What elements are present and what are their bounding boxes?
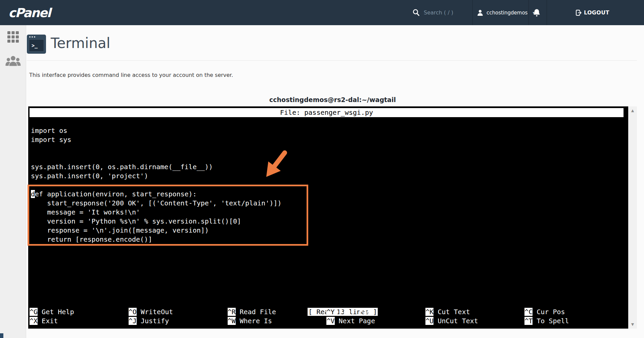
shortcut-key: ^U [425,317,433,325]
nano-title-bar: GNU nano 2.3.1 File: passenger_wsgi.py [30,108,624,117]
nano-shortcut-ctrl-X: ^XExit [30,317,129,326]
nano-shortcuts-row-2: ^XExit^JJustify^WWhere Is^VNext Page^UUn… [30,317,624,326]
apps-grid-icon [7,31,19,43]
shortcut-key: ^R [228,308,236,316]
navbar-divider [472,0,473,25]
shortcut-label: Next Page [339,317,375,325]
nano-shortcut-ctrl-G: ^GGet Help [30,307,129,317]
nano-shortcut-ctrl-C: ^CCur Pos [524,307,624,317]
window-dots-icon [29,36,35,38]
terminal-line [31,144,628,153]
nano-file-label: File: passenger_wsgi.py [280,108,373,117]
nano-shortcut-ctrl-Y: ^YPrev Page [326,307,425,317]
top-navbar: cPanel cchostingdemos ▾ LOGOUT [0,0,644,25]
nano-shortcut-ctrl-T: ^TTo Spell [524,317,624,326]
terminal-scrollbar[interactable]: ▲ ▼ [628,106,637,329]
shortcut-label: Where Is [240,317,272,325]
shortcut-label: Read File [240,308,276,316]
terminal-line: import sys [31,135,628,144]
nano-shortcut-ctrl-J: ^JJustify [129,317,228,326]
logout-button[interactable]: LOGOUT [575,0,609,25]
left-sidebar [0,25,26,338]
shortcut-label: To Spell [537,317,569,325]
shortcut-label: Prev Page [339,308,375,316]
notifications-button[interactable] [533,0,541,25]
shortcut-key: ^O [129,308,137,316]
username-label: cchostingdemos [487,10,527,16]
nano-version-label: GNU nano 2.3.1 [54,117,119,126]
terminal-line: sys.path.insert(0, 'project') [31,172,628,181]
terminal-window-title: cchostingdemos@rs2-dal:~/wagtail [28,96,637,103]
cpanel-logo[interactable]: cPanel [8,5,50,20]
shortcut-key: ^X [30,317,38,325]
nano-shortcut-ctrl-O: ^OWriteOut [129,307,228,317]
user-group-icon [5,55,21,68]
nano-shortcut-ctrl-K: ^KCut Text [425,307,524,317]
shortcut-key: ^V [326,317,334,325]
terminal-prompt-icon: >_ [29,39,44,52]
shortcut-label: Exit [42,317,58,325]
nano-shortcut-ctrl-U: ^UUnCut Text [425,317,524,326]
shortcut-key: ^Y [326,308,334,316]
shortcut-label: UnCut Text [438,317,478,325]
nano-shortcut-ctrl-V: ^VNext Page [326,317,425,326]
bell-icon [533,8,541,17]
sidebar-item-apps[interactable] [0,31,26,43]
nano-shortcut-ctrl-R: ^RRead File [228,307,327,317]
nano-footer: [ Read 13 lines ] ^GGet Help^OWriteOut^R… [30,298,624,326]
shortcut-key: ^G [30,308,38,316]
shortcut-key: ^C [524,308,533,316]
terminal-line: sys.path.insert(0, os.path.dirname(__fil… [31,162,628,172]
terminal-line [31,117,628,126]
nano-shortcuts-row-1: ^GGet Help^OWriteOut^RRead File^YPrev Pa… [30,307,624,317]
shortcut-key: ^K [425,308,433,316]
terminal-page-icon: >_ [27,35,46,54]
terminal-window[interactable]: GNU nano 2.3.1 File: passenger_wsgi.py i… [28,106,628,329]
user-icon [477,9,484,16]
logout-icon [575,9,582,16]
shortcut-key: ^W [228,317,236,325]
search-icon [412,8,420,18]
heading-divider [27,60,637,61]
logout-label: LOGOUT [584,9,609,16]
nano-shortcut-ctrl-W: ^WWhere Is [228,317,327,326]
user-menu[interactable]: cchostingdemos ▾ [477,0,535,25]
shortcut-label: Get Help [42,308,74,316]
sidebar-item-user-manager[interactable] [0,55,26,68]
shortcut-label: Cut Text [438,308,470,316]
search-input[interactable] [424,7,471,17]
navbar-divider [528,0,529,25]
highlight-box-annotation [28,185,308,246]
shortcut-key: ^T [524,317,533,325]
page-description: This interface provides command line acc… [29,72,233,78]
navbar-divider [547,0,547,25]
nano-status-row: [ Read 13 lines ] [30,298,624,307]
bottom-left-accent [0,333,3,338]
terminal-line: import os [31,126,628,135]
scroll-up-icon[interactable]: ▲ [628,108,637,113]
shortcut-label: Justify [141,317,169,325]
shortcut-label: Cur Pos [537,308,565,316]
scroll-down-icon[interactable]: ▼ [628,322,637,327]
shortcut-label: WriteOut [141,308,173,316]
page-title: Terminal [51,35,110,51]
terminal-line [31,153,628,162]
shortcut-key: ^J [129,317,137,325]
